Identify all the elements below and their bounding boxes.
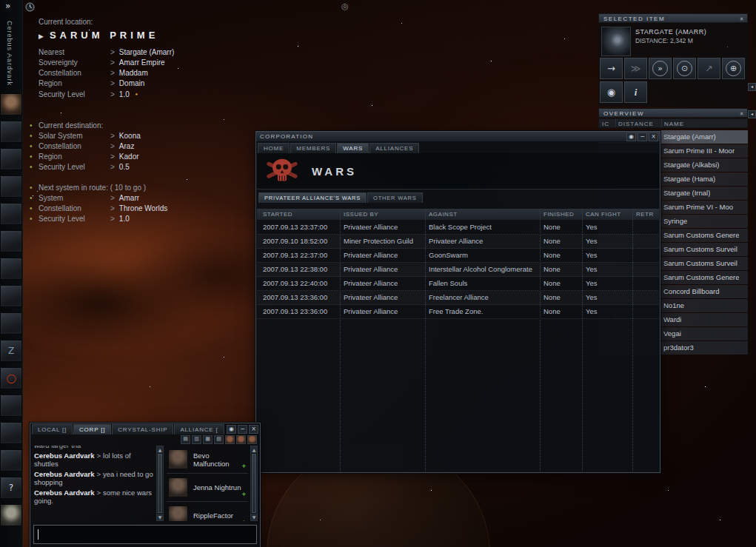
member-chip-icon[interactable] [236, 435, 246, 444]
jump-button[interactable]: » [649, 58, 672, 79]
chat-message: Cerebus Aardvark>some nice wars going. [34, 489, 154, 506]
current-destination-panel: Current destination: Solar System>Koona … [39, 121, 141, 172]
help-icon[interactable]: ? [0, 477, 22, 499]
war-table-row[interactable]: 2007.09.10 18:52:00 Miner Protection Gui… [257, 235, 659, 249]
stargate-thumbnail[interactable] [601, 27, 631, 56]
triangle-marker: ▶ [39, 33, 44, 40]
close-button[interactable]: × [649, 132, 658, 141]
war-table-rows: 2007.09.13 23:37:00 Privateer Alliance B… [257, 221, 659, 319]
character-portrait-icon[interactable] [0, 93, 22, 115]
chat-message-area: >ward larger tha Cerebus Aardvark>lol lo… [34, 446, 154, 521]
collapse-chevron-icon[interactable]: « [737, 17, 747, 21]
timestamp-icon[interactable]: ▥ [192, 435, 201, 444]
current-system-name[interactable]: ▶SARUM PRIME [39, 30, 174, 41]
member-portrait[interactable] [168, 506, 188, 521]
chat-scrollbar[interactable]: ▲ ▼ [156, 446, 164, 521]
column-name[interactable]: NAME [664, 121, 684, 127]
wars-heading: WARS [312, 165, 357, 178]
science-icon[interactable]: Z [0, 340, 22, 362]
selected-item-header[interactable]: SELECTED ITEM « [598, 13, 748, 23]
approach-button[interactable]: → [600, 58, 623, 79]
corporation-icon[interactable] [0, 395, 22, 417]
member-row[interactable]: Jenna Nightrun + [167, 474, 248, 502]
war-table-row[interactable]: 2007.09.13 23:36:00 Privateer Alliance F… [257, 305, 659, 319]
tutorial-icon[interactable] [0, 449, 22, 472]
location-info-row: Sovereignty>Amarr Empire [39, 58, 174, 68]
route-label: Next system in route: ( 10 to go ) [39, 183, 167, 193]
member-row[interactable]: Bevo Malfunction + [167, 446, 248, 474]
keep-range-button[interactable]: ↗ [698, 58, 720, 79]
people-places-icon[interactable] [0, 148, 22, 170]
window-title: CORPORATION [260, 133, 313, 140]
war-table-row[interactable]: 2007.09.13 23:37:00 Privateer Alliance B… [257, 221, 659, 235]
panel-edge-button[interactable]: ◂ [748, 83, 756, 91]
corporation-window[interactable]: CORPORATION ◉−× HOMEMEMBERSWARSALLIANCES [255, 131, 660, 473]
tab-wars[interactable]: WARS [337, 143, 369, 153]
character-name-vertical: Cerebus Aardvark [6, 21, 13, 86]
assets-icon[interactable] [0, 422, 22, 444]
corporation-titlebar[interactable]: CORPORATION ◉−× [256, 132, 660, 142]
scroll-up-button[interactable]: ▲ [157, 446, 163, 453]
route-info-row: Constellation>Throne Worlds [39, 204, 167, 214]
alert-icon[interactable]: ◯ [0, 367, 22, 389]
fitting-icon[interactable] [0, 258, 22, 280]
member-portrait[interactable] [168, 477, 188, 497]
subtab-privateer-alliance-wars[interactable]: PRIVATEER ALLIANCE'S WARS [258, 192, 367, 203]
minimize-button[interactable]: − [638, 132, 647, 141]
expand-button[interactable]: » [5, 1, 10, 11]
close-button[interactable]: × [249, 425, 258, 434]
tab-crystal-ship[interactable]: CRYSTAL-SHIP [112, 424, 173, 434]
warp-to-button[interactable]: ≫ [624, 58, 647, 79]
panel-edge-button[interactable]: ◂ [748, 110, 756, 118]
subtab-other-wars[interactable]: OTHER WARS [367, 192, 423, 203]
tab-local[interactable]: LOCAL [] [32, 424, 73, 434]
war-table-row[interactable]: 2007.09.13 23:36:00 Privateer Alliance F… [257, 291, 659, 305]
journal-icon[interactable] [0, 312, 22, 335]
show-info-button[interactable]: i [624, 81, 647, 103]
mail-icon[interactable] [0, 175, 22, 198]
column-distance[interactable]: DISTANCE [618, 121, 654, 127]
tab-home[interactable]: HOME [258, 143, 290, 153]
font-size-icon[interactable]: ▤ [181, 435, 190, 444]
column-icon[interactable]: IC [602, 121, 609, 127]
war-table-row[interactable]: 2007.09.13 22:37:00 Privateer Alliance G… [257, 249, 659, 263]
chat-message: Cerebus Aardvark>lol lots of shuttles [34, 452, 154, 469]
scroll-thumb[interactable] [158, 454, 162, 513]
tab-corp[interactable]: CORP [] [73, 424, 111, 434]
look-at-button[interactable]: ◉ [600, 81, 623, 103]
member-chip-icon[interactable] [247, 435, 257, 444]
member-list-icon[interactable]: ▦ [203, 435, 213, 444]
collapse-chevron-icon[interactable]: « [737, 112, 747, 116]
scroll-up-button[interactable]: ▲ [251, 446, 257, 453]
market-icon[interactable] [0, 230, 22, 252]
pin-button[interactable]: ◉ [227, 425, 236, 434]
scroll-down-button[interactable]: ▼ [157, 514, 163, 520]
war-table-row[interactable]: 2007.09.13 22:38:00 Privateer Alliance I… [257, 263, 659, 277]
chat-input[interactable] [33, 525, 257, 544]
war-table-row[interactable]: 2007.09.13 22:40:00 Privateer Alliance F… [257, 277, 659, 291]
route-panel: Next system in route: ( 10 to go ) Syste… [39, 183, 167, 224]
cargo-icon[interactable] [0, 285, 22, 307]
chat-window[interactable]: LOCAL []CORP []CRYSTAL-SHIPALLIANCE [ ◉−… [30, 423, 261, 547]
member-row[interactable]: RippleFactor + [167, 502, 248, 521]
scroll-down-button[interactable]: ▼ [251, 514, 257, 520]
member-portrait[interactable] [168, 449, 188, 469]
pilot-icon[interactable] [0, 504, 22, 526]
wallet-icon[interactable] [0, 203, 22, 225]
clock-icon[interactable] [25, 2, 35, 12]
orbit-button[interactable]: ⊙ [673, 58, 696, 79]
text-cursor [38, 529, 39, 540]
tab-members[interactable]: MEMBERS [290, 143, 336, 153]
pin-button[interactable]: ◉ [626, 132, 636, 141]
star-map-icon[interactable] [0, 121, 22, 143]
tab-alliances[interactable]: ALLIANCES [369, 143, 419, 153]
member-chip-icon[interactable] [225, 435, 235, 444]
member-list-scrollbar[interactable]: ▲ ▼ [250, 446, 258, 521]
chat-message: >ward larger tha [34, 446, 154, 450]
scroll-thumb[interactable] [252, 454, 256, 513]
chat-settings-icon[interactable]: ▨ [214, 435, 224, 444]
lock-target-button[interactable]: ⊕ [722, 58, 745, 79]
tab-alliance[interactable]: ALLIANCE [ [174, 424, 224, 434]
overview-header[interactable]: OVERVIEW « [598, 108, 748, 118]
minimize-button[interactable]: − [238, 425, 247, 434]
